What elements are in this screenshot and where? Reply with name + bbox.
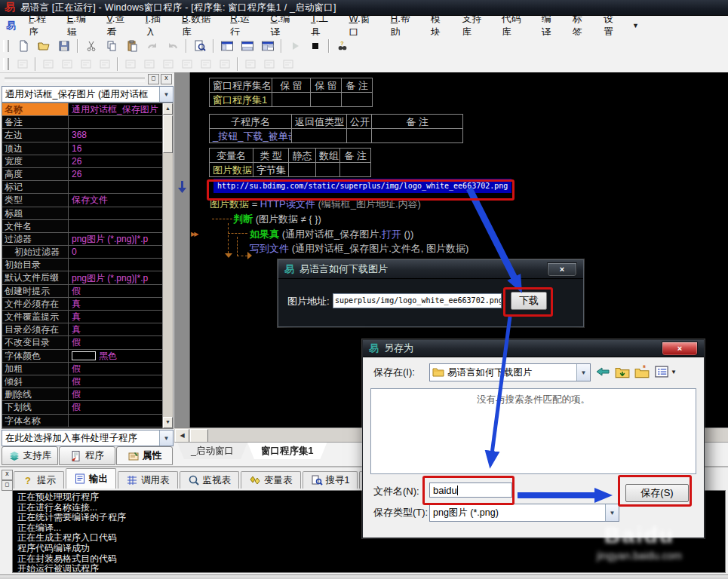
editor-tab-_启动窗口[interactable]: _启动窗口 — [177, 443, 247, 459]
layout-output-button[interactable] — [237, 37, 257, 55]
panel-tab-程序[interactable]: 程序 — [59, 446, 115, 465]
property-value[interactable]: png图片 (*.png)|*.p — [69, 233, 162, 245]
property-value[interactable] — [69, 220, 162, 232]
property-row[interactable]: 过滤器png图片 (*.png)|*.p — [2, 233, 162, 246]
property-value[interactable]: 假 — [69, 401, 162, 413]
table-cell[interactable] — [310, 92, 342, 107]
event-selector[interactable]: 在此处选择加入事件处理子程序 ▼ — [2, 430, 174, 446]
table-cell[interactable] — [341, 92, 373, 107]
property-row[interactable]: 标记 — [2, 181, 162, 194]
panel-maximize-icon[interactable]: □ — [148, 74, 159, 84]
save-button[interactable] — [54, 37, 74, 55]
property-value[interactable]: 保存文件 — [69, 194, 162, 206]
cut-button[interactable] — [81, 37, 101, 55]
property-value[interactable]: 368 — [69, 129, 162, 141]
table-cell[interactable] — [315, 162, 340, 177]
output-tab-搜寻1[interactable]: 搜寻1 — [303, 471, 358, 489]
property-value[interactable]: 26 — [69, 168, 162, 180]
save-type-combo[interactable]: png图片 (*.png) ▼ — [429, 504, 619, 522]
save-button[interactable]: 保存(S) — [625, 484, 689, 502]
stop-button[interactable] — [305, 37, 325, 55]
paste-button[interactable] — [121, 37, 142, 55]
scrollbar-thumb[interactable] — [163, 115, 173, 153]
property-value[interactable]: 通用对话框_保存图片 — [69, 103, 162, 115]
table-cell[interactable] — [371, 128, 463, 143]
redo-button[interactable] — [142, 37, 162, 55]
code-line[interactable]: 判断 (图片数据 ≠ { }) — [233, 212, 321, 226]
property-value[interactable] — [69, 116, 162, 128]
code-table-0[interactable]: 窗口程序集名保 留保 留备 注窗口程序集1 — [210, 78, 373, 107]
output-close-icon[interactable]: x — [2, 470, 13, 480]
output-tab-变量表[interactable]: 变量表 — [241, 471, 301, 489]
panel-tab-属性[interactable]: 属性 — [116, 446, 173, 465]
layout-split-button[interactable] — [257, 37, 278, 55]
new-folder-icon[interactable]: * — [634, 364, 650, 379]
code-table-1[interactable]: 子程序名返回值类型公开备 注_按钮_下载_被单击 — [210, 115, 463, 143]
property-row[interactable]: 默认文件后缀png图片 (*.png)|*.p — [2, 271, 162, 284]
output-tab-提示[interactable]: ?提示 — [14, 471, 64, 489]
find-code-button[interactable] — [189, 37, 210, 55]
property-row[interactable]: 名称通用对话框_保存图片 — [2, 103, 162, 116]
property-row[interactable]: 文件必须存在真 — [2, 298, 162, 311]
form-grid-button[interactable] — [13, 57, 32, 72]
property-row[interactable]: 加粗假 — [2, 363, 162, 375]
property-value[interactable]: 真 — [69, 323, 162, 335]
download-button[interactable]: 下载 — [511, 292, 547, 310]
property-value[interactable] — [69, 259, 162, 271]
output-maximize-icon[interactable]: □ — [2, 480, 13, 491]
code-table-2[interactable]: 变量名类 型静态数组备 注图片数据字节集 — [210, 149, 371, 177]
property-value[interactable]: 黑色 — [69, 350, 162, 362]
table-cell[interactable] — [346, 128, 372, 143]
toolbar-grip[interactable] — [3, 40, 9, 52]
url-input[interactable]: superplus/img/logo_white_ee663702.png — [333, 293, 502, 308]
property-value[interactable]: 假 — [69, 363, 162, 375]
align-bottom-button[interactable] — [95, 57, 114, 72]
property-row[interactable]: 初始目录 — [2, 259, 162, 271]
table-cell[interactable]: 图片数据 — [209, 162, 253, 177]
property-row[interactable]: 宽度26 — [2, 155, 162, 168]
close-icon[interactable]: × — [662, 342, 698, 356]
views-icon[interactable] — [654, 364, 669, 379]
align-left-button[interactable] — [38, 57, 57, 72]
property-row[interactable]: 删除线假 — [2, 388, 162, 401]
fit-w-button[interactable] — [241, 57, 260, 72]
filename-input[interactable]: baidu — [429, 482, 512, 498]
chevron-down-icon[interactable]: ▼ — [159, 87, 173, 102]
panel-tab-支持库[interactable]: 支持库 — [2, 446, 58, 465]
code-line[interactable]: 图片数据 = HTTP读文件 (编辑框_图片地址.内容) — [210, 197, 421, 211]
save-in-combo[interactable]: 易语言如何下载图片 ▼ — [429, 363, 591, 381]
up-folder-icon[interactable] — [615, 364, 630, 379]
copy-button[interactable] — [101, 37, 121, 55]
undo-button[interactable] — [162, 37, 183, 55]
property-value[interactable] — [69, 207, 162, 219]
property-row[interactable]: 文件名 — [2, 220, 162, 233]
table-cell[interactable] — [339, 162, 371, 177]
back-icon[interactable] — [595, 364, 610, 379]
property-row[interactable]: 初始过滤器0 — [2, 246, 162, 259]
property-row[interactable]: 不改变目录假 — [2, 336, 162, 349]
property-row[interactable]: 标题 — [2, 207, 162, 220]
property-value[interactable]: 假 — [69, 336, 162, 348]
property-value[interactable]: 假 — [69, 285, 162, 297]
chevron-down-icon[interactable]: ▼ — [605, 504, 619, 521]
size-w-button[interactable] — [196, 57, 215, 72]
find-special-button[interactable]: ? — [332, 37, 352, 55]
property-row[interactable]: 字体颜色黑色 — [2, 350, 162, 363]
output-tab-调用表[interactable]: 调用表 — [118, 471, 178, 489]
property-value[interactable]: 26 — [69, 155, 162, 167]
property-scrollbar[interactable]: ▲ ▼ — [162, 103, 173, 428]
panel-close-icon[interactable]: x — [161, 74, 172, 84]
property-value[interactable]: 假 — [69, 388, 162, 400]
space-v-button[interactable] — [177, 57, 196, 72]
output-tab-输出[interactable]: 输出 — [66, 468, 116, 489]
property-row[interactable]: 顶边16 — [2, 142, 162, 155]
property-value[interactable]: png图片 (*.png)|*.p — [69, 271, 162, 283]
chevron-down-icon[interactable]: ▼ — [671, 369, 677, 375]
editor-tab-窗口程序集1[interactable]: 窗口程序集1 — [247, 443, 327, 459]
panel-grip[interactable] — [5, 78, 145, 81]
property-value[interactable]: 16 — [69, 142, 162, 155]
property-row[interactable]: 倾斜假 — [2, 375, 162, 388]
layout-project-button[interactable] — [217, 37, 237, 55]
property-row[interactable]: 字体名称 — [2, 415, 162, 427]
center-v-button[interactable] — [140, 57, 158, 72]
